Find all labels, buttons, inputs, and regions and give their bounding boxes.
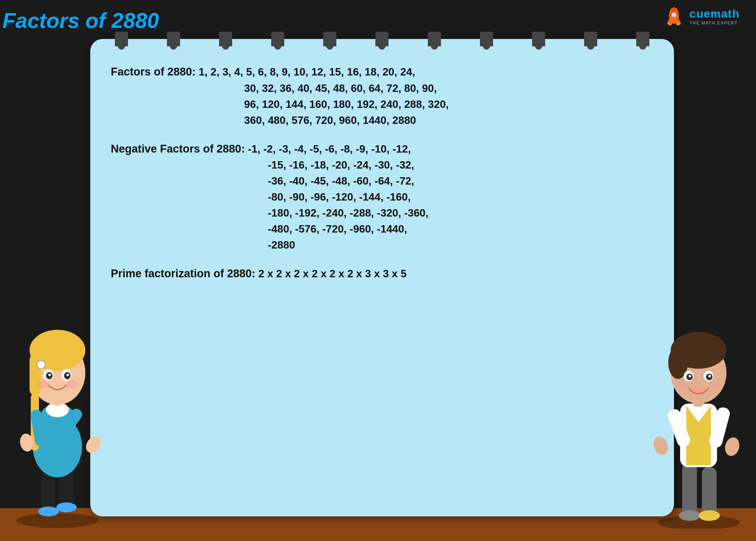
svg-point-6 xyxy=(668,22,672,25)
logo-text: cuemath THE MATH EXPERT xyxy=(690,7,740,25)
factors-label: Factors of 2880: xyxy=(111,66,196,78)
svg-point-8 xyxy=(16,513,98,528)
spiral-5 xyxy=(323,32,336,46)
prime-label: Prime factorization of 2880: xyxy=(111,267,256,280)
spiral-binding xyxy=(115,32,649,46)
svg-point-49 xyxy=(708,375,711,377)
spiral-4 xyxy=(271,32,284,46)
prime-section: Prime factorization of 2880: 2 x 2 x 2 x… xyxy=(111,265,653,282)
svg-point-48 xyxy=(689,375,691,377)
spiral-1 xyxy=(115,32,128,46)
svg-point-29 xyxy=(37,361,45,369)
logo-area: cuemath THE MATH EXPERT xyxy=(662,4,740,29)
svg-point-27 xyxy=(37,380,48,388)
girl-character xyxy=(0,274,115,529)
svg-point-53 xyxy=(651,435,671,457)
boy-svg xyxy=(641,283,756,529)
spiral-3 xyxy=(219,32,232,46)
negative-factors-label: Negative Factors of 2880: xyxy=(111,143,245,155)
spiral-8 xyxy=(480,32,493,46)
factors-section: Factors of 2880: 1, 2, 3, 4, 5, 6, 8, 9,… xyxy=(111,64,653,128)
prime-values: 2 x 2 x 2 x 2 x 2 x 2 x 3 x 3 x 5 xyxy=(258,267,407,280)
svg-point-12 xyxy=(56,502,77,512)
svg-point-25 xyxy=(48,374,51,376)
spiral-2 xyxy=(167,32,180,46)
spiral-10 xyxy=(584,32,597,46)
svg-point-26 xyxy=(66,374,69,376)
svg-point-3 xyxy=(671,12,676,17)
negative-factors-section: Negative Factors of 2880: -1, -2, -3, -4… xyxy=(111,141,653,253)
svg-point-38 xyxy=(699,510,720,521)
girl-svg xyxy=(0,274,115,529)
rocket-icon xyxy=(662,4,686,29)
spiral-7 xyxy=(428,32,441,46)
notebook: Factors of 2880: 1, 2, 3, 4, 5, 6, 8, 9,… xyxy=(90,39,674,516)
svg-rect-35 xyxy=(682,463,697,516)
svg-point-55 xyxy=(723,436,742,457)
page-title: Factors of 2880 xyxy=(2,8,159,33)
spiral-6 xyxy=(375,32,388,46)
svg-point-31 xyxy=(83,434,104,456)
boy-character xyxy=(641,283,756,529)
svg-rect-36 xyxy=(702,467,717,516)
notebook-content: Factors of 2880: 1, 2, 3, 4, 5, 6, 8, 9,… xyxy=(111,64,653,282)
negative-factors-values: -1, -2, -3, -4, -5, -6, -8, -9, -10, -12… xyxy=(111,143,429,251)
svg-point-51 xyxy=(709,381,721,390)
svg-point-11 xyxy=(38,507,59,516)
logo-brand: cuemath xyxy=(690,7,740,21)
svg-point-7 xyxy=(676,22,680,25)
logo-tagline: THE MATH EXPERT xyxy=(690,21,738,25)
svg-point-50 xyxy=(676,381,688,390)
spiral-11 xyxy=(636,32,649,46)
svg-point-28 xyxy=(66,380,78,388)
svg-point-37 xyxy=(679,510,700,521)
spiral-9 xyxy=(532,32,545,46)
